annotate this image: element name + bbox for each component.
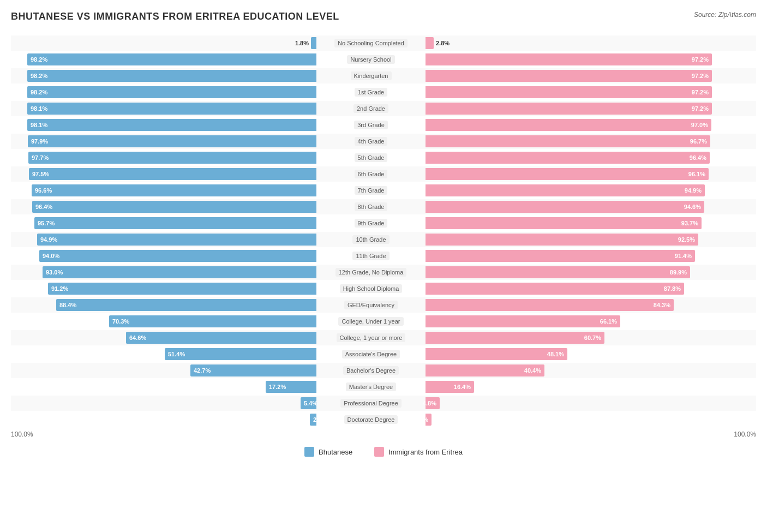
bar-right-label: 40.4%: [524, 367, 541, 374]
education-level-label: Doctorate Degree: [344, 415, 398, 424]
bar-left-container: 17.2%: [11, 381, 316, 393]
education-level-label: 2nd Grade: [353, 104, 388, 113]
bar-right: 87.8%: [426, 283, 684, 295]
bar-right-label: 97.2%: [692, 73, 709, 79]
bar-row: 94.0%11th Grade91.4%: [11, 248, 756, 264]
center-label-wrapper: Master's Degree: [316, 382, 426, 391]
bar-left-label: 95.7%: [38, 220, 55, 226]
education-level-label: 4th Grade: [355, 137, 388, 146]
bar-left-label: 91.2%: [51, 285, 68, 292]
legend: Bhutanese Immigrants from Eritrea: [11, 447, 756, 457]
bar-left-container: 2.3%: [11, 414, 316, 426]
bar-left-label: 98.2%: [31, 89, 47, 95]
bar-left-container: 42.7%: [11, 364, 316, 376]
center-label-wrapper: Doctorate Degree: [316, 415, 426, 424]
bar-left: 98.1%: [27, 119, 316, 131]
bar-left-label: 97.5%: [32, 171, 49, 177]
bar-left-label: 98.1%: [31, 105, 47, 112]
bar-right-label: 96.4%: [690, 154, 706, 161]
bar-right: 94.9%: [426, 184, 705, 196]
bar-right: 66.1%: [426, 315, 620, 327]
bar-row: 17.2%Master's Degree16.4%: [11, 379, 756, 394]
bar-left-label: 96.6%: [35, 187, 52, 194]
bar-right: 92.5%: [426, 234, 698, 246]
bar-right: 91.4%: [426, 250, 695, 262]
bar-left-label: 88.4%: [59, 302, 76, 308]
bar-right: 96.1%: [426, 168, 709, 180]
education-level-label: GED/Equivalency: [344, 301, 398, 309]
center-label-wrapper: College, Under 1 year: [316, 317, 426, 326]
bar-row: 98.2%1st Grade97.2%: [11, 85, 756, 100]
bar-row: 98.1%3rd Grade97.0%: [11, 117, 756, 133]
bar-left-container: 93.0%: [11, 266, 316, 278]
center-label-wrapper: 6th Grade: [316, 170, 426, 178]
bar-right-label: 93.7%: [681, 220, 698, 226]
bar-left-container: 97.9%: [11, 135, 316, 147]
education-level-label: Kindergarten: [351, 71, 392, 80]
bar-left-container: 98.1%: [11, 103, 316, 115]
center-label-wrapper: 12th Grade, No Diploma: [316, 268, 426, 277]
education-level-label: 5th Grade: [355, 153, 388, 162]
bar-left-label: 5.4%: [304, 400, 317, 407]
education-level-label: 10th Grade: [352, 235, 389, 244]
center-label-wrapper: 8th Grade: [316, 202, 426, 211]
bar-left: 98.2%: [27, 70, 316, 82]
bar-row: 97.5%6th Grade96.1%: [11, 166, 756, 182]
bar-row: 93.0%12th Grade, No Diploma89.9%: [11, 265, 756, 280]
bar-left: 96.6%: [32, 184, 316, 196]
bar-right-label: 4.8%: [423, 400, 436, 407]
bar-row: 97.9%4th Grade96.7%: [11, 134, 756, 149]
bar-right-label: 97.0%: [691, 122, 708, 128]
bar-left-label: 51.4%: [168, 351, 185, 357]
bar-right-container: 48.1%: [426, 348, 731, 360]
bar-right: 97.2%: [426, 53, 712, 65]
bar-right-container: 97.2%: [426, 86, 731, 98]
education-level-label: 1st Grade: [355, 88, 387, 97]
center-label-wrapper: 3rd Grade: [316, 121, 426, 129]
bar-left-container: 94.0%: [11, 250, 316, 262]
bar-right: 93.7%: [426, 217, 702, 229]
bar-row: 64.6%College, 1 year or more60.7%: [11, 330, 756, 345]
education-level-label: College, 1 year or more: [337, 333, 406, 342]
bar-left: 97.9%: [28, 135, 316, 147]
bar-row: 97.7%5th Grade96.4%: [11, 150, 756, 165]
bar-row: 98.2%Nursery School97.2%: [11, 52, 756, 67]
bar-right-container: 84.3%: [426, 299, 731, 311]
bar-right-label: 97.2%: [692, 56, 709, 63]
bar-right: 97.2%: [426, 103, 712, 115]
bar-left: 17.2%: [266, 381, 316, 393]
bar-row: 91.2%High School Diploma87.8%: [11, 281, 756, 296]
bar-right-container: 97.2%: [426, 103, 731, 115]
bar-left: 98.2%: [27, 86, 316, 98]
bar-row: 96.4%8th Grade94.6%: [11, 199, 756, 214]
legend-label-bhutanese: Bhutanese: [319, 448, 352, 456]
bar-right-container: 96.7%: [426, 135, 731, 147]
bar-right: 96.7%: [426, 135, 710, 147]
center-label-wrapper: 1st Grade: [316, 88, 426, 97]
bar-right: 2.8%: [426, 37, 434, 49]
bar-right: 48.1%: [426, 348, 567, 360]
bar-left-label: 97.7%: [32, 154, 49, 161]
bar-left-label: 96.4%: [35, 204, 52, 210]
bar-left: 97.5%: [29, 168, 316, 180]
bar-right-container: 97.2%: [426, 53, 731, 65]
bar-right-container: 60.7%: [426, 332, 731, 344]
bar-left-label: 93.0%: [46, 269, 63, 276]
bar-row: 96.6%7th Grade94.9%: [11, 183, 756, 198]
bar-left: 95.7%: [34, 217, 316, 229]
education-level-label: 8th Grade: [355, 202, 388, 211]
bar-left-container: 98.2%: [11, 53, 316, 65]
bar-left: 88.4%: [56, 299, 316, 311]
bar-right: 40.4%: [426, 364, 544, 376]
legend-item-bhutanese: Bhutanese: [304, 447, 352, 457]
education-level-label: No Schooling Completed: [334, 39, 408, 47]
bar-row: 70.3%College, Under 1 year66.1%: [11, 314, 756, 329]
bar-right-label: 2.8%: [436, 40, 450, 46]
bar-right-container: 66.1%: [426, 315, 731, 327]
bar-left: 96.4%: [32, 201, 316, 213]
education-level-label: Professional Degree: [340, 399, 402, 408]
bar-right: 97.2%: [426, 70, 712, 82]
bar-right-label: 16.4%: [454, 384, 471, 390]
bar-row: 42.7%Bachelor's Degree40.4%: [11, 363, 756, 378]
education-level-label: 7th Grade: [355, 186, 388, 195]
